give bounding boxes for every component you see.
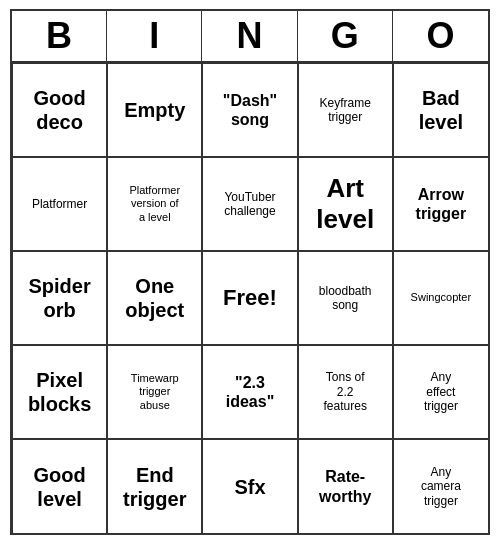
bingo-cell: Spiderorb	[12, 251, 107, 345]
header-letter: O	[393, 11, 488, 61]
cell-text: Oneobject	[125, 274, 184, 322]
bingo-cell: Anycameratrigger	[393, 439, 488, 533]
bingo-grid: GooddecoEmpty"Dash"songKeyframetriggerBa…	[12, 63, 488, 533]
header-letter: I	[107, 11, 202, 61]
cell-text: Pixelblocks	[28, 368, 91, 416]
bingo-cell: Gooddeco	[12, 63, 107, 157]
bingo-cell: Swingcopter	[393, 251, 488, 345]
bingo-cell: Anyeffecttrigger	[393, 345, 488, 439]
bingo-cell: Platformer	[12, 157, 107, 251]
bingo-cell: Rate-worthy	[298, 439, 393, 533]
cell-text: Artlevel	[316, 173, 374, 235]
cell-text: Badlevel	[419, 86, 463, 134]
bingo-cell: Goodlevel	[12, 439, 107, 533]
cell-text: Endtrigger	[123, 463, 186, 511]
bingo-cell: Badlevel	[393, 63, 488, 157]
bingo-cell: Free!	[202, 251, 297, 345]
cell-text: Platformer	[32, 197, 87, 211]
cell-text: bloodbathsong	[319, 284, 372, 313]
cell-text: Sfx	[234, 475, 265, 499]
bingo-cell: Empty	[107, 63, 202, 157]
bingo-cell: YouTuberchallenge	[202, 157, 297, 251]
cell-text: Free!	[223, 285, 277, 311]
cell-text: YouTuberchallenge	[224, 190, 275, 219]
bingo-card: BINGO GooddecoEmpty"Dash"songKeyframetri…	[10, 9, 490, 535]
cell-text: Spiderorb	[28, 274, 90, 322]
cell-text: Timewarptriggerabuse	[131, 372, 179, 412]
bingo-cell: bloodbathsong	[298, 251, 393, 345]
cell-text: Platformerversion ofa level	[129, 184, 180, 224]
cell-text: Arrowtrigger	[416, 185, 467, 223]
bingo-cell: Oneobject	[107, 251, 202, 345]
bingo-cell: Artlevel	[298, 157, 393, 251]
cell-text: Anycameratrigger	[421, 465, 461, 508]
header-letter: B	[12, 11, 107, 61]
cell-text: Gooddeco	[33, 86, 85, 134]
bingo-cell: "2.3ideas"	[202, 345, 297, 439]
bingo-cell: Keyframetrigger	[298, 63, 393, 157]
bingo-cell: Tons of2.2features	[298, 345, 393, 439]
bingo-cell: Pixelblocks	[12, 345, 107, 439]
bingo-cell: Platformerversion ofa level	[107, 157, 202, 251]
cell-text: Keyframetrigger	[320, 96, 371, 125]
bingo-cell: Arrowtrigger	[393, 157, 488, 251]
header-letter: N	[202, 11, 297, 61]
cell-text: Tons of2.2features	[324, 370, 367, 413]
cell-text: Empty	[124, 98, 185, 122]
bingo-cell: "Dash"song	[202, 63, 297, 157]
cell-text: Swingcopter	[411, 291, 472, 304]
cell-text: Goodlevel	[33, 463, 85, 511]
cell-text: "Dash"song	[223, 91, 277, 129]
cell-text: Anyeffecttrigger	[424, 370, 458, 413]
bingo-header: BINGO	[12, 11, 488, 63]
bingo-cell: Endtrigger	[107, 439, 202, 533]
cell-text: Rate-worthy	[319, 467, 371, 505]
bingo-cell: Sfx	[202, 439, 297, 533]
bingo-cell: Timewarptriggerabuse	[107, 345, 202, 439]
header-letter: G	[298, 11, 393, 61]
cell-text: "2.3ideas"	[226, 373, 275, 411]
